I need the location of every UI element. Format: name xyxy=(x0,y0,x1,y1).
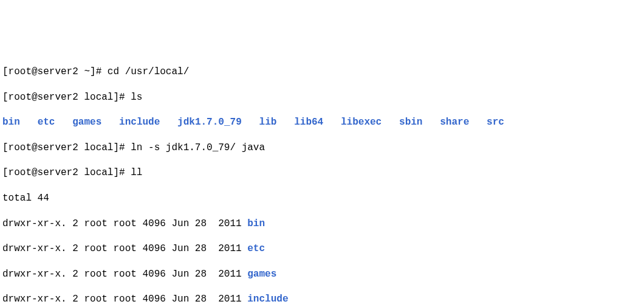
command-text: cd /usr/local/ xyxy=(108,66,189,77)
dir-name: bin xyxy=(247,218,265,229)
file-perms: drwxr-xr-x. 2 root root 4096 Jun 28 2011 xyxy=(2,218,247,229)
shell-prompt: [root@server2 local]# xyxy=(2,167,131,178)
dir-name: src xyxy=(487,117,504,128)
prompt-line: [root@server2 ~]# cd /usr/local/ xyxy=(2,66,642,78)
prompt-line: [root@server2 local]# ls xyxy=(2,91,642,104)
dir-name: libexec xyxy=(341,117,382,128)
shell-prompt: [root@server2 ~]# xyxy=(2,66,108,77)
dir-name: etc xyxy=(247,243,265,254)
total-line: total 44 xyxy=(2,192,642,205)
file-entry: drwxr-xr-x. 2 root root 4096 Jun 28 2011… xyxy=(2,268,642,281)
dir-name: include xyxy=(247,294,288,305)
command-text: ll xyxy=(131,167,142,178)
command-text: ln -s jdk1.7.0_79/ java xyxy=(131,142,265,153)
dir-name: games xyxy=(72,117,101,128)
dir-name: bin xyxy=(2,117,20,128)
file-entry: drwxr-xr-x. 2 root root 4096 Jun 28 2011… xyxy=(2,218,642,230)
terminal-output[interactable]: [root@server2 ~]# cd /usr/local/ [root@s… xyxy=(2,53,642,307)
dir-name: jdk1.7.0_79 xyxy=(177,117,242,128)
dir-name: games xyxy=(247,269,276,280)
shell-prompt: [root@server2 local]# xyxy=(2,142,131,153)
ls-output: bin etc games include jdk1.7.0_79 lib li… xyxy=(2,116,642,129)
dir-name: include xyxy=(119,117,160,128)
file-entry: drwxr-xr-x. 2 root root 4096 Jun 28 2011… xyxy=(2,243,642,255)
dir-name: etc xyxy=(38,117,55,128)
file-perms: drwxr-xr-x. 2 root root 4096 Jun 28 2011 xyxy=(2,269,247,280)
dir-name: lib xyxy=(259,117,277,128)
file-perms: drwxr-xr-x. 2 root root 4096 Jun 28 2011 xyxy=(2,243,247,254)
shell-prompt: [root@server2 local]# xyxy=(2,92,131,103)
dir-name: lib64 xyxy=(294,117,323,128)
command-text: ls xyxy=(131,92,142,103)
file-perms: drwxr-xr-x. 2 root root 4096 Jun 28 2011 xyxy=(2,294,247,305)
file-entry: drwxr-xr-x. 2 root root 4096 Jun 28 2011… xyxy=(2,293,642,306)
dir-name: share xyxy=(440,117,469,128)
dir-name: sbin xyxy=(399,117,422,128)
prompt-line: [root@server2 local]# ln -s jdk1.7.0_79/… xyxy=(2,142,642,154)
prompt-line: [root@server2 local]# ll xyxy=(2,167,642,179)
